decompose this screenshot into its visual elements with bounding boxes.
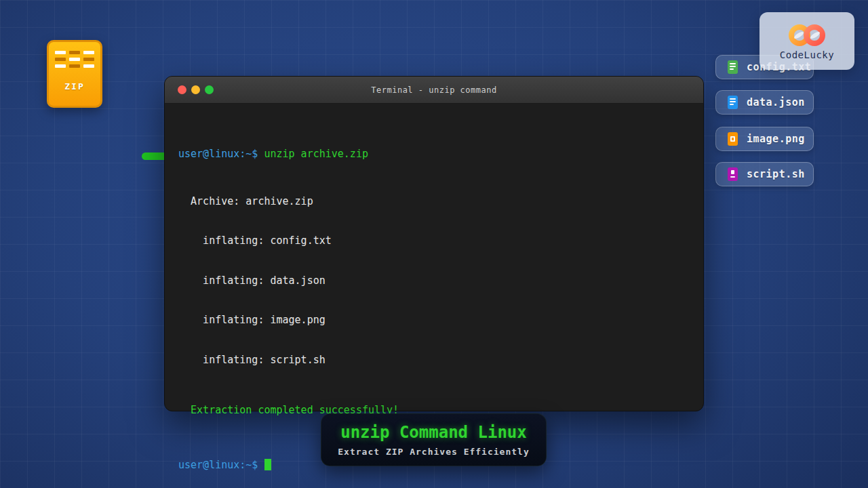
output-line: inflating: script.sh xyxy=(178,354,690,367)
infinity-logo-icon xyxy=(785,22,829,48)
close-button[interactable] xyxy=(178,85,186,94)
shell-prompt: user@linux:~$ xyxy=(178,148,264,160)
file-chip-data-json[interactable]: data.json xyxy=(715,90,814,115)
image-file-icon xyxy=(728,132,738,146)
output-line: inflating: config.txt xyxy=(178,235,690,248)
minimize-button[interactable] xyxy=(191,85,200,94)
canvas: ZIP Terminal - unzip command user@linux:… xyxy=(0,0,868,488)
banner-title: unzip Command Linux xyxy=(340,423,527,442)
output-line: inflating: image.png xyxy=(178,314,690,327)
file-chip-image-png[interactable]: image.png xyxy=(715,127,814,151)
file-name: data.json xyxy=(747,96,805,108)
window-title: Terminal - unzip command xyxy=(371,85,496,95)
brand-name: CodeLucky xyxy=(780,49,834,60)
file-name: script.sh xyxy=(747,168,805,180)
window-controls xyxy=(178,77,214,103)
terminal-titlebar[interactable]: Terminal - unzip command xyxy=(165,77,703,104)
zipper-pattern xyxy=(49,51,100,68)
zip-label: ZIP xyxy=(49,81,100,92)
shell-script-file-icon xyxy=(728,167,738,181)
file-chip-script-sh[interactable]: script.sh xyxy=(715,162,814,186)
typed-command: unzip archive.zip xyxy=(264,148,368,160)
banner-subtitle: Extract ZIP Archives Efficiently xyxy=(338,447,529,457)
output-line: inflating: data.json xyxy=(178,274,690,288)
brand-badge: CodeLucky xyxy=(760,12,854,70)
json-file-icon xyxy=(728,96,738,109)
output-line: Archive: archive.zip xyxy=(178,195,690,209)
file-name: image.png xyxy=(747,133,805,145)
title-banner: unzip Command Linux Extract ZIP Archives… xyxy=(321,413,547,466)
text-file-icon xyxy=(728,60,738,74)
terminal-window: Terminal - unzip command user@linux:~$ u… xyxy=(164,76,704,411)
maximize-button[interactable] xyxy=(205,85,214,94)
zip-archive-icon: ZIP xyxy=(47,40,102,108)
terminal-cursor xyxy=(264,459,271,470)
command-line: user@linux:~$ unzip archive.zip xyxy=(178,148,690,161)
shell-prompt: user@linux:~$ xyxy=(178,459,264,471)
